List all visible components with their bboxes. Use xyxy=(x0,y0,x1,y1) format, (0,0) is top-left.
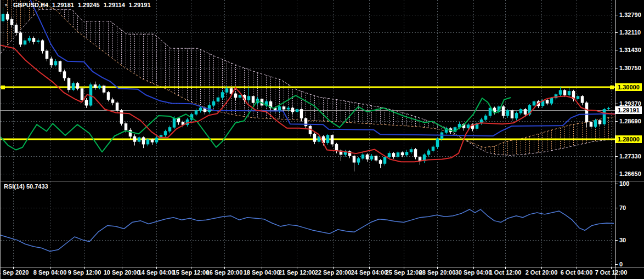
time-axis-label: 10 Sep 20:00 xyxy=(104,269,140,276)
time-axis-label: 1 Oct 12:00 xyxy=(489,269,522,276)
low-value: 1.29114 xyxy=(104,2,125,8)
time-axis-label: 28 Sep 20:00 xyxy=(419,269,456,276)
time-axis-label: 7 Oct 12:00 xyxy=(595,269,628,276)
time-axis-label: 16 Sep 20:00 xyxy=(206,269,243,276)
price-axis-label: 1.27330 xyxy=(619,152,641,160)
time-axis-label: 25 Sep 12:00 xyxy=(386,269,422,276)
candle-bull xyxy=(89,83,92,107)
time-axis-label: 24 Sep 04:00 xyxy=(351,269,388,276)
time-axis-label: 15 Sep 12:00 xyxy=(173,269,210,276)
time-axis-label: 6 Oct 04:00 xyxy=(561,269,593,276)
close-value: 1.29191 xyxy=(129,2,151,8)
chart-window: ▼ GBPUSD,H4 1.29181 1.29245 1.29114 1.29… xyxy=(0,0,644,279)
price-axis-label: 1.32790 xyxy=(619,11,641,19)
rsi-axis-label: 30 xyxy=(619,236,626,244)
price-axis-label: 1.31430 xyxy=(619,46,641,54)
time-axis-label: 21 Sep 12:00 xyxy=(279,269,315,276)
time-axis-label: 2 Oct 20:00 xyxy=(526,269,558,276)
time-axis-label: 8 Sep 04:00 xyxy=(33,269,67,276)
rsi-axis-label: 0 xyxy=(619,260,623,268)
high-value: 1.29245 xyxy=(78,2,100,8)
triangle-down-icon: ▼ xyxy=(4,3,8,8)
price-axis-label: 1.30750 xyxy=(619,64,641,72)
rsi-axis-label: 70 xyxy=(619,204,626,212)
price-axis-label: 1.32110 xyxy=(619,29,641,36)
hline-endpoint-handle-right[interactable] xyxy=(610,86,614,89)
time-axis-label: 22 Sep 20:00 xyxy=(315,269,352,276)
time-axis-label: 14 Sep 04:00 xyxy=(138,269,175,276)
hline-price-badge: 1.28000 xyxy=(615,135,642,143)
chart-title: ▼ GBPUSD,H4 1.29181 1.29245 1.29114 1.29… xyxy=(4,2,151,8)
time-axis-label: 4 Sep 2020 xyxy=(0,269,29,276)
time-axis-label: 30 Sep 04:00 xyxy=(455,269,492,276)
symbol-period-label: GBPUSD,H4 xyxy=(13,2,48,8)
candle-bull xyxy=(603,108,606,126)
chart-canvas[interactable] xyxy=(1,0,644,279)
rsi-indicator-label: RSI(14) 50.7433 xyxy=(4,183,48,190)
time-axis-label: 9 Sep 12:00 xyxy=(68,269,101,276)
rsi-axis-label: 100 xyxy=(619,180,629,187)
hline-endpoint-handle-left[interactable] xyxy=(1,86,5,89)
candle-bear xyxy=(120,109,123,126)
current-price-badge: 1.29191 xyxy=(615,106,642,114)
time-axis-label: 18 Sep 04:00 xyxy=(244,269,280,276)
open-value: 1.29181 xyxy=(52,2,74,8)
hline-price-badge: 1.30000 xyxy=(615,83,642,91)
price-axis-label: 1.28690 xyxy=(619,117,641,125)
price-axis-label: 1.26650 xyxy=(619,170,641,178)
